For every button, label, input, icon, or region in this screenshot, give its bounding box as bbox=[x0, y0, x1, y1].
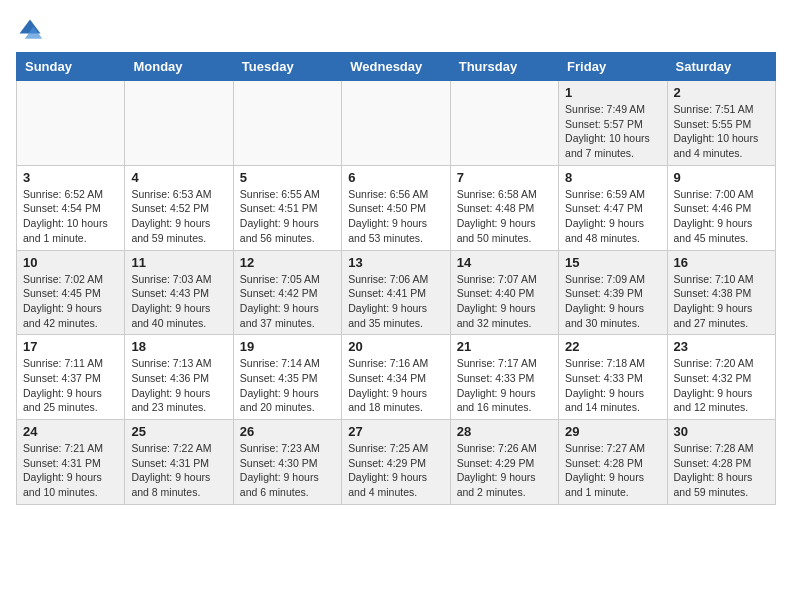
day-number: 12 bbox=[240, 255, 335, 270]
day-info: Sunrise: 7:28 AM Sunset: 4:28 PM Dayligh… bbox=[674, 441, 769, 500]
day-number: 20 bbox=[348, 339, 443, 354]
calendar-header-monday: Monday bbox=[125, 53, 233, 81]
calendar-cell bbox=[233, 81, 341, 166]
day-number: 24 bbox=[23, 424, 118, 439]
calendar-header-wednesday: Wednesday bbox=[342, 53, 450, 81]
calendar-cell: 29Sunrise: 7:27 AM Sunset: 4:28 PM Dayli… bbox=[559, 420, 667, 505]
day-number: 14 bbox=[457, 255, 552, 270]
day-info: Sunrise: 7:11 AM Sunset: 4:37 PM Dayligh… bbox=[23, 356, 118, 415]
day-info: Sunrise: 7:09 AM Sunset: 4:39 PM Dayligh… bbox=[565, 272, 660, 331]
logo bbox=[16, 16, 48, 44]
calendar-header-thursday: Thursday bbox=[450, 53, 558, 81]
calendar-row-0: 1Sunrise: 7:49 AM Sunset: 5:57 PM Daylig… bbox=[17, 81, 776, 166]
day-info: Sunrise: 6:55 AM Sunset: 4:51 PM Dayligh… bbox=[240, 187, 335, 246]
calendar-header-friday: Friday bbox=[559, 53, 667, 81]
day-info: Sunrise: 7:18 AM Sunset: 4:33 PM Dayligh… bbox=[565, 356, 660, 415]
calendar-cell: 10Sunrise: 7:02 AM Sunset: 4:45 PM Dayli… bbox=[17, 250, 125, 335]
day-info: Sunrise: 6:58 AM Sunset: 4:48 PM Dayligh… bbox=[457, 187, 552, 246]
day-number: 29 bbox=[565, 424, 660, 439]
calendar-cell: 13Sunrise: 7:06 AM Sunset: 4:41 PM Dayli… bbox=[342, 250, 450, 335]
day-info: Sunrise: 7:17 AM Sunset: 4:33 PM Dayligh… bbox=[457, 356, 552, 415]
day-info: Sunrise: 7:02 AM Sunset: 4:45 PM Dayligh… bbox=[23, 272, 118, 331]
day-info: Sunrise: 7:05 AM Sunset: 4:42 PM Dayligh… bbox=[240, 272, 335, 331]
day-info: Sunrise: 7:03 AM Sunset: 4:43 PM Dayligh… bbox=[131, 272, 226, 331]
calendar-cell: 6Sunrise: 6:56 AM Sunset: 4:50 PM Daylig… bbox=[342, 165, 450, 250]
calendar-row-3: 17Sunrise: 7:11 AM Sunset: 4:37 PM Dayli… bbox=[17, 335, 776, 420]
calendar-cell: 25Sunrise: 7:22 AM Sunset: 4:31 PM Dayli… bbox=[125, 420, 233, 505]
day-number: 11 bbox=[131, 255, 226, 270]
day-number: 23 bbox=[674, 339, 769, 354]
calendar-cell: 23Sunrise: 7:20 AM Sunset: 4:32 PM Dayli… bbox=[667, 335, 775, 420]
calendar-cell: 28Sunrise: 7:26 AM Sunset: 4:29 PM Dayli… bbox=[450, 420, 558, 505]
day-number: 13 bbox=[348, 255, 443, 270]
calendar-cell: 16Sunrise: 7:10 AM Sunset: 4:38 PM Dayli… bbox=[667, 250, 775, 335]
logo-icon bbox=[16, 16, 44, 44]
day-info: Sunrise: 7:07 AM Sunset: 4:40 PM Dayligh… bbox=[457, 272, 552, 331]
day-info: Sunrise: 7:00 AM Sunset: 4:46 PM Dayligh… bbox=[674, 187, 769, 246]
calendar-cell: 26Sunrise: 7:23 AM Sunset: 4:30 PM Dayli… bbox=[233, 420, 341, 505]
calendar-header-row: SundayMondayTuesdayWednesdayThursdayFrid… bbox=[17, 53, 776, 81]
calendar-cell: 17Sunrise: 7:11 AM Sunset: 4:37 PM Dayli… bbox=[17, 335, 125, 420]
day-info: Sunrise: 6:59 AM Sunset: 4:47 PM Dayligh… bbox=[565, 187, 660, 246]
day-number: 22 bbox=[565, 339, 660, 354]
day-number: 7 bbox=[457, 170, 552, 185]
day-number: 21 bbox=[457, 339, 552, 354]
day-info: Sunrise: 7:20 AM Sunset: 4:32 PM Dayligh… bbox=[674, 356, 769, 415]
day-number: 18 bbox=[131, 339, 226, 354]
day-number: 4 bbox=[131, 170, 226, 185]
day-info: Sunrise: 7:06 AM Sunset: 4:41 PM Dayligh… bbox=[348, 272, 443, 331]
calendar-cell: 8Sunrise: 6:59 AM Sunset: 4:47 PM Daylig… bbox=[559, 165, 667, 250]
calendar-cell bbox=[342, 81, 450, 166]
day-number: 25 bbox=[131, 424, 226, 439]
day-number: 26 bbox=[240, 424, 335, 439]
day-number: 17 bbox=[23, 339, 118, 354]
calendar-row-2: 10Sunrise: 7:02 AM Sunset: 4:45 PM Dayli… bbox=[17, 250, 776, 335]
day-number: 5 bbox=[240, 170, 335, 185]
calendar-cell bbox=[125, 81, 233, 166]
calendar-cell: 2Sunrise: 7:51 AM Sunset: 5:55 PM Daylig… bbox=[667, 81, 775, 166]
day-info: Sunrise: 7:26 AM Sunset: 4:29 PM Dayligh… bbox=[457, 441, 552, 500]
day-number: 6 bbox=[348, 170, 443, 185]
day-number: 19 bbox=[240, 339, 335, 354]
day-number: 9 bbox=[674, 170, 769, 185]
calendar-cell: 14Sunrise: 7:07 AM Sunset: 4:40 PM Dayli… bbox=[450, 250, 558, 335]
day-info: Sunrise: 7:51 AM Sunset: 5:55 PM Dayligh… bbox=[674, 102, 769, 161]
calendar-cell: 27Sunrise: 7:25 AM Sunset: 4:29 PM Dayli… bbox=[342, 420, 450, 505]
day-info: Sunrise: 7:23 AM Sunset: 4:30 PM Dayligh… bbox=[240, 441, 335, 500]
calendar-cell: 9Sunrise: 7:00 AM Sunset: 4:46 PM Daylig… bbox=[667, 165, 775, 250]
calendar-cell: 15Sunrise: 7:09 AM Sunset: 4:39 PM Dayli… bbox=[559, 250, 667, 335]
calendar-cell: 30Sunrise: 7:28 AM Sunset: 4:28 PM Dayli… bbox=[667, 420, 775, 505]
calendar-row-4: 24Sunrise: 7:21 AM Sunset: 4:31 PM Dayli… bbox=[17, 420, 776, 505]
day-info: Sunrise: 7:22 AM Sunset: 4:31 PM Dayligh… bbox=[131, 441, 226, 500]
day-number: 1 bbox=[565, 85, 660, 100]
day-number: 30 bbox=[674, 424, 769, 439]
day-info: Sunrise: 6:52 AM Sunset: 4:54 PM Dayligh… bbox=[23, 187, 118, 246]
day-info: Sunrise: 7:13 AM Sunset: 4:36 PM Dayligh… bbox=[131, 356, 226, 415]
calendar-cell: 4Sunrise: 6:53 AM Sunset: 4:52 PM Daylig… bbox=[125, 165, 233, 250]
calendar-cell: 20Sunrise: 7:16 AM Sunset: 4:34 PM Dayli… bbox=[342, 335, 450, 420]
day-number: 27 bbox=[348, 424, 443, 439]
calendar-cell: 5Sunrise: 6:55 AM Sunset: 4:51 PM Daylig… bbox=[233, 165, 341, 250]
day-number: 16 bbox=[674, 255, 769, 270]
day-number: 3 bbox=[23, 170, 118, 185]
calendar-header-sunday: Sunday bbox=[17, 53, 125, 81]
day-number: 28 bbox=[457, 424, 552, 439]
day-info: Sunrise: 7:21 AM Sunset: 4:31 PM Dayligh… bbox=[23, 441, 118, 500]
day-info: Sunrise: 7:25 AM Sunset: 4:29 PM Dayligh… bbox=[348, 441, 443, 500]
day-info: Sunrise: 7:49 AM Sunset: 5:57 PM Dayligh… bbox=[565, 102, 660, 161]
day-info: Sunrise: 6:56 AM Sunset: 4:50 PM Dayligh… bbox=[348, 187, 443, 246]
day-number: 10 bbox=[23, 255, 118, 270]
calendar-cell: 21Sunrise: 7:17 AM Sunset: 4:33 PM Dayli… bbox=[450, 335, 558, 420]
day-number: 15 bbox=[565, 255, 660, 270]
day-info: Sunrise: 7:16 AM Sunset: 4:34 PM Dayligh… bbox=[348, 356, 443, 415]
calendar-cell: 24Sunrise: 7:21 AM Sunset: 4:31 PM Dayli… bbox=[17, 420, 125, 505]
calendar-body: 1Sunrise: 7:49 AM Sunset: 5:57 PM Daylig… bbox=[17, 81, 776, 505]
calendar-cell: 1Sunrise: 7:49 AM Sunset: 5:57 PM Daylig… bbox=[559, 81, 667, 166]
calendar-cell: 12Sunrise: 7:05 AM Sunset: 4:42 PM Dayli… bbox=[233, 250, 341, 335]
calendar-cell: 19Sunrise: 7:14 AM Sunset: 4:35 PM Dayli… bbox=[233, 335, 341, 420]
calendar-row-1: 3Sunrise: 6:52 AM Sunset: 4:54 PM Daylig… bbox=[17, 165, 776, 250]
calendar-cell: 3Sunrise: 6:52 AM Sunset: 4:54 PM Daylig… bbox=[17, 165, 125, 250]
day-info: Sunrise: 6:53 AM Sunset: 4:52 PM Dayligh… bbox=[131, 187, 226, 246]
calendar-cell: 22Sunrise: 7:18 AM Sunset: 4:33 PM Dayli… bbox=[559, 335, 667, 420]
calendar-cell: 11Sunrise: 7:03 AM Sunset: 4:43 PM Dayli… bbox=[125, 250, 233, 335]
